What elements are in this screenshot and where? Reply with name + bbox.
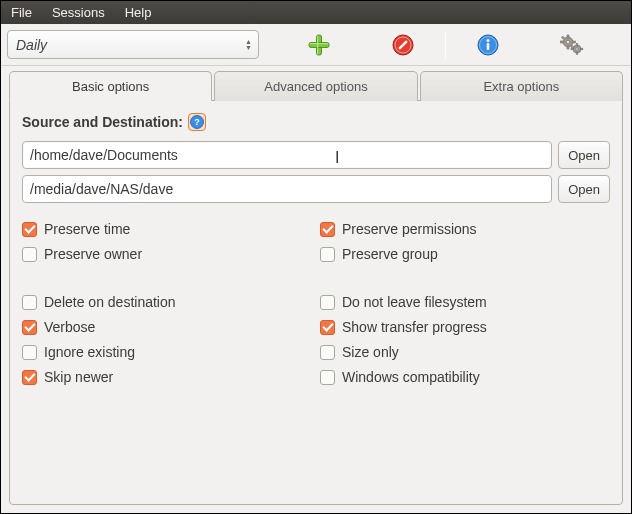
destination-path-input[interactable]	[22, 175, 552, 203]
options-grid: Preserve time Preserve permissions Prese…	[22, 221, 610, 385]
svg-point-13	[566, 40, 569, 43]
svg-point-10	[487, 39, 490, 42]
menu-help[interactable]: Help	[115, 2, 162, 23]
svg-point-21	[576, 47, 578, 49]
checkbox-windows-compatibility[interactable]: Windows compatibility	[320, 369, 610, 385]
checkbox-preserve-owner[interactable]: Preserve owner	[22, 246, 312, 262]
svg-rect-3	[310, 43, 328, 44]
svg-rect-17	[573, 41, 576, 43]
destination-open-button[interactable]: Open	[558, 175, 610, 203]
tab-extra[interactable]: Extra options	[420, 71, 623, 101]
checkbox-skip-newer[interactable]: Skip newer	[22, 369, 312, 385]
checkbox-preserve-permissions[interactable]: Preserve permissions	[320, 221, 610, 237]
settings-button[interactable]	[530, 29, 614, 61]
menubar: File Sessions Help	[1, 1, 631, 24]
checkbox-delete-on-destination[interactable]: Delete on destination	[22, 294, 312, 310]
source-open-button[interactable]: Open	[558, 141, 610, 169]
session-combobox-label: Daily	[16, 37, 47, 53]
svg-rect-16	[561, 41, 564, 43]
source-path-input[interactable]	[22, 141, 552, 169]
source-destination-label: Source and Destination:	[22, 114, 183, 130]
options-spacer	[22, 271, 610, 285]
stop-icon	[392, 34, 414, 56]
svg-rect-14	[567, 35, 569, 38]
svg-rect-25	[581, 48, 583, 50]
svg-rect-15	[567, 46, 569, 49]
toolbar: Daily ▲▼	[1, 24, 631, 66]
info-button[interactable]	[446, 29, 530, 61]
svg-rect-11	[487, 43, 490, 50]
plus-icon	[308, 34, 330, 56]
gears-icon	[559, 34, 585, 56]
add-button[interactable]	[277, 29, 361, 61]
notebook: Basic options Advanced options Extra opt…	[9, 70, 623, 505]
toolbar-icons	[277, 29, 614, 61]
checkbox-verbose[interactable]: Verbose	[22, 319, 312, 335]
svg-rect-23	[576, 52, 578, 54]
app-window: File Sessions Help Daily ▲▼	[0, 0, 632, 514]
checkbox-ignore-existing[interactable]: Ignore existing	[22, 344, 312, 360]
source-destination-header: Source and Destination: ?	[22, 113, 610, 131]
tab-advanced[interactable]: Advanced options	[214, 71, 417, 101]
tabs: Basic options Advanced options Extra opt…	[9, 70, 623, 100]
svg-rect-22	[576, 43, 578, 45]
checkbox-preserve-group[interactable]: Preserve group	[320, 246, 610, 262]
svg-rect-2	[317, 36, 318, 54]
source-row: I Open	[22, 141, 610, 169]
svg-text:?: ?	[194, 117, 200, 127]
checkbox-do-not-leave-filesystem[interactable]: Do not leave filesystem	[320, 294, 610, 310]
session-combobox[interactable]: Daily ▲▼	[7, 30, 259, 59]
menu-sessions[interactable]: Sessions	[42, 2, 115, 23]
remove-button[interactable]	[361, 29, 445, 61]
tab-basic[interactable]: Basic options	[9, 71, 212, 101]
combo-arrows-icon: ▲▼	[245, 39, 252, 51]
help-icon[interactable]: ?	[188, 113, 206, 131]
menu-file[interactable]: File	[1, 2, 42, 23]
checkbox-preserve-time[interactable]: Preserve time	[22, 221, 312, 237]
info-icon	[477, 34, 499, 56]
destination-row: Open	[22, 175, 610, 203]
tab-page-basic: Source and Destination: ? I Open Open	[9, 100, 623, 505]
svg-rect-24	[571, 48, 573, 50]
checkbox-size-only[interactable]: Size only	[320, 344, 610, 360]
checkbox-show-transfer-progress[interactable]: Show transfer progress	[320, 319, 610, 335]
